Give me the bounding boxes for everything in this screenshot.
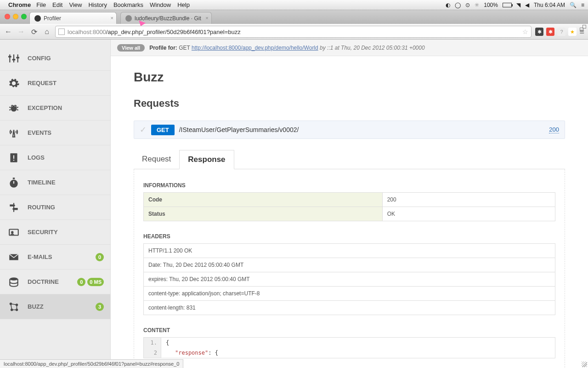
info-value: 200: [382, 193, 555, 207]
headers-table: HTTP/1.1 200 OK Date: Thu, 20 Dec 2012 0…: [143, 243, 555, 315]
menubar-app[interactable]: Chrome: [8, 1, 31, 8]
response-body-code: 1. { 2 "response": {: [143, 337, 555, 358]
menubar-status-icon[interactable]: ⊙: [465, 2, 470, 8]
code-token: {: [166, 339, 169, 346]
sidebar-item-label: EVENTS: [28, 129, 51, 136]
check-icon: ✓: [140, 125, 147, 135]
sidebar-item-emails[interactable]: E-MAILS 0: [0, 245, 110, 270]
detail-tabs: Request Response: [134, 150, 565, 169]
sliders-icon: [6, 52, 21, 65]
info-key: Code: [144, 193, 383, 207]
bluetooth-icon[interactable]: ✳︎: [475, 2, 479, 8]
tab-request[interactable]: Request: [134, 150, 179, 169]
close-icon[interactable]: ×: [111, 15, 113, 21]
header-line: Date: Thu, 20 Dec 2012 05:00:40 GMT: [144, 258, 555, 272]
resize-grip-icon[interactable]: [582, 362, 587, 367]
http-method-badge: GET: [151, 125, 175, 135]
sidebar-item-timeline[interactable]: TIMELINE: [0, 170, 110, 195]
menu-history[interactable]: History: [88, 1, 107, 8]
menu-file[interactable]: File: [36, 1, 46, 8]
close-window-icon[interactable]: [5, 14, 10, 19]
tab-response[interactable]: Response: [179, 150, 234, 169]
sidebar-item-routing[interactable]: ROUTING: [0, 195, 110, 220]
sidebar-item-config[interactable]: CONFIG: [0, 46, 110, 71]
sidebar-item-request[interactable]: REQUEST: [0, 71, 110, 96]
svg-rect-12: [13, 155, 14, 159]
address-bar[interactable]: localhost:8000/app_dev.php/_profiler/50d…: [55, 26, 531, 38]
table-row: content-type: application/json; charset=…: [144, 287, 555, 301]
extension-help-icon[interactable]: ?: [557, 28, 565, 36]
menu-view[interactable]: View: [69, 1, 82, 8]
back-button[interactable]: ←: [4, 27, 13, 36]
menu-window[interactable]: Window: [150, 1, 171, 8]
page-title: Buzz: [134, 70, 565, 85]
window-controls[interactable]: [5, 14, 27, 19]
sidebar-item-label: SECURITY: [28, 229, 58, 236]
notification-center-icon[interactable]: ≡: [581, 2, 584, 8]
page: CONFIG REQUEST EXCEPTION EVENTS LOGS TIM…: [0, 40, 588, 368]
svg-rect-5: [16, 57, 19, 58]
signpost-icon: [6, 201, 21, 214]
response-code-link[interactable]: 200: [549, 126, 559, 133]
sidebar-item-doctrine[interactable]: DOCTRINE 0 0 MS: [0, 270, 110, 294]
sidebar-item-security[interactable]: SECURITY: [0, 220, 110, 245]
gear-icon: [6, 77, 21, 90]
svg-point-18: [11, 231, 13, 233]
sidebar-item-events[interactable]: EVENTS: [0, 121, 110, 145]
url-host: localhost: [68, 29, 91, 35]
header-line: expires: Thu, 20 Dec 2012 05:00:40 GMT: [144, 272, 555, 287]
sidebar-item-label: DOCTRINE: [28, 278, 59, 285]
favicon-icon: [125, 15, 132, 22]
bookmark-star-icon[interactable]: ☆: [522, 28, 528, 35]
browser-tab-active[interactable]: Profiler ×: [29, 12, 117, 24]
count-badge: 0: [77, 278, 85, 286]
menu-bookmarks[interactable]: Bookmarks: [113, 1, 143, 8]
close-icon[interactable]: ×: [205, 15, 208, 21]
reload-button[interactable]: ⟳: [29, 27, 39, 36]
clock[interactable]: Thu 6:04 AM: [534, 2, 565, 8]
browser-tab[interactable]: ludofleury/BuzzBundle · Git ×: [120, 12, 212, 24]
extension-red-icon[interactable]: ✱: [546, 28, 554, 36]
tab-title: Profiler: [44, 15, 61, 22]
volume-icon[interactable]: ◀: [525, 2, 529, 8]
informations-table: Code 200 Status OK: [143, 192, 555, 221]
battery-percent[interactable]: 100%: [484, 2, 498, 8]
request-path: /ISteamUser/GetPlayerSummaries/v0002/: [179, 126, 299, 133]
menubar-status-icon[interactable]: ◯: [455, 2, 461, 8]
zoom-window-icon[interactable]: [21, 14, 27, 19]
view-all-button[interactable]: View all: [117, 44, 145, 52]
url-path: /app_dev.php/_profiler/50d29b6f46f01?pan…: [106, 29, 241, 35]
battery-icon[interactable]: [503, 3, 512, 7]
sidebar-item-exception[interactable]: EXCEPTION: [0, 96, 110, 121]
profile-time: Thu, 20 Dec 2012 05:00:31 +0000: [341, 45, 424, 51]
info-value: OK: [382, 207, 555, 221]
sidebar-item-buzz[interactable]: BUZZ 3: [0, 294, 110, 319]
bug-icon: [6, 102, 21, 115]
extension-gear-icon[interactable]: ✱: [535, 28, 543, 36]
header-line: HTTP/1.1 200 OK: [144, 244, 555, 258]
menubar-status-icon[interactable]: ◐: [446, 2, 450, 8]
sidebar-item-label: BUZZ: [28, 303, 44, 310]
browser-window: Profiler × ludofleury/BuzzBundle · Git ×…: [0, 10, 588, 368]
home-button[interactable]: ⌂: [42, 27, 51, 36]
menu-edit[interactable]: Edit: [52, 1, 62, 8]
spotlight-icon[interactable]: 🔍: [570, 2, 577, 8]
svg-rect-4: [12, 59, 16, 60]
svg-point-20: [10, 277, 17, 281]
wifi-icon[interactable]: ◥: [516, 2, 520, 8]
minimize-window-icon[interactable]: [13, 14, 18, 19]
extension-star-icon[interactable]: ★: [568, 28, 577, 36]
sidebar-item-label: EXCEPTION: [28, 104, 62, 111]
sidebar-item-logs[interactable]: LOGS: [0, 145, 110, 170]
menu-help[interactable]: Help: [177, 1, 190, 8]
time-badge: 0 MS: [87, 278, 104, 286]
content-heading: CONTENT: [143, 327, 555, 334]
header-line: content-type: application/json; charset=…: [144, 287, 555, 301]
profile-url-link[interactable]: http://localhost:8000/app_dev.php/demo/h…: [192, 45, 318, 51]
url-port: :8000: [91, 29, 106, 35]
informations-heading: INFORMATIONS: [143, 182, 555, 189]
request-summary-row[interactable]: ✓ GET /ISteamUser/GetPlayerSummaries/v00…: [134, 121, 565, 139]
fullscreen-icon[interactable]: [580, 25, 586, 31]
forward-button[interactable]: →: [17, 27, 26, 36]
info-key: Status: [144, 207, 383, 221]
